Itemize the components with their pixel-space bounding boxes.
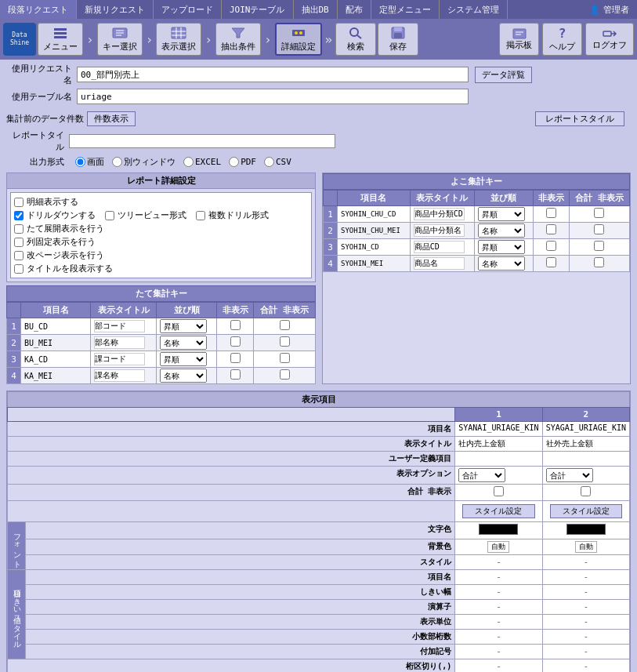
- row-title[interactable]: [91, 335, 157, 351]
- hyoji-col2-total-hide[interactable]: [542, 485, 629, 501]
- output-csv[interactable]: CSV: [264, 157, 291, 167]
- row-title[interactable]: [410, 256, 474, 272]
- nav-item-chushutsu[interactable]: 抽出DB: [294, 0, 338, 19]
- hide-cb[interactable]: [546, 241, 556, 251]
- row-total-hide[interactable]: [254, 368, 316, 384]
- row-order[interactable]: 昇順降順名称: [157, 335, 217, 351]
- row-title[interactable]: [91, 351, 157, 368]
- total-hide-cb[interactable]: [280, 353, 290, 363]
- request-name-input[interactable]: [77, 67, 469, 82]
- extract-cond-button[interactable]: 抽出条件: [215, 23, 261, 56]
- bulletin-board-button[interactable]: 掲示板: [499, 23, 539, 56]
- row-hide[interactable]: [217, 335, 254, 351]
- nav-item-upload[interactable]: アップロード: [154, 0, 222, 19]
- output-pdf[interactable]: PDF: [229, 157, 256, 167]
- detail-settings-button[interactable]: 詳細設定: [275, 23, 322, 56]
- output-excel[interactable]: EXCEL: [183, 157, 221, 167]
- nav-item-shinki[interactable]: 新規リクエスト: [77, 0, 154, 19]
- row-total-hide[interactable]: [569, 256, 629, 272]
- display-option-select-1[interactable]: 合計: [458, 468, 505, 482]
- title-input[interactable]: [94, 369, 145, 382]
- row-title[interactable]: [410, 239, 474, 256]
- cb-drill-input[interactable]: [14, 211, 24, 220]
- report-style-button[interactable]: レポートスタイル: [535, 111, 624, 126]
- hide-cb[interactable]: [546, 224, 556, 234]
- row-total-hide[interactable]: [569, 206, 629, 223]
- row-total-hide[interactable]: [254, 318, 316, 335]
- row-total-hide[interactable]: [254, 351, 316, 368]
- menu-button[interactable]: メニュー: [38, 23, 83, 56]
- row-total-hide[interactable]: [569, 239, 629, 256]
- table-name-input[interactable]: [77, 89, 469, 104]
- row-order[interactable]: 昇順降順名称: [474, 206, 533, 223]
- hyoji-col2-display-option[interactable]: 合計: [542, 467, 629, 485]
- cb-meisai-input[interactable]: [14, 198, 24, 207]
- total-hide-cb[interactable]: [280, 336, 290, 347]
- display-option-select-2[interactable]: 合計: [546, 468, 593, 482]
- total-hide-cb[interactable]: [594, 257, 604, 267]
- save-button[interactable]: 保存: [378, 23, 418, 56]
- bg-color-auto-btn-1[interactable]: 自動: [487, 541, 509, 553]
- total-hide-cb[interactable]: [594, 224, 604, 234]
- total-hide-cb-2[interactable]: [581, 486, 591, 496]
- nav-item-danzure[interactable]: 段落リクエスト: [0, 0, 77, 19]
- title-input[interactable]: [414, 208, 465, 220]
- hyoji-col1-total-hide[interactable]: [455, 485, 542, 501]
- order-select[interactable]: 昇順降順名称: [478, 256, 525, 271]
- row-order[interactable]: 昇順降順名称: [474, 256, 533, 272]
- total-hide-cb[interactable]: [594, 208, 604, 218]
- output-window[interactable]: 別ウィンドウ: [112, 156, 176, 168]
- row-order[interactable]: 昇順降順名称: [157, 368, 217, 384]
- nav-item-haifu[interactable]: 配布: [338, 0, 371, 19]
- row-total-hide[interactable]: [569, 223, 629, 239]
- bg-color-auto-btn-2[interactable]: 自動: [575, 541, 597, 553]
- hyoji-col1-display-option[interactable]: 合計: [455, 467, 542, 485]
- order-select[interactable]: 昇順降順名称: [478, 207, 525, 221]
- row-hide[interactable]: [533, 256, 569, 272]
- nav-item-join[interactable]: JOINテーブル: [222, 0, 294, 19]
- cb-tate-input[interactable]: [14, 224, 24, 234]
- hyoji-col1-bg-color[interactable]: 自動: [455, 539, 542, 555]
- row-order[interactable]: 昇順降順名称: [157, 351, 217, 368]
- hide-cb[interactable]: [230, 353, 241, 363]
- order-select[interactable]: 昇順降順名称: [160, 319, 207, 333]
- row-order[interactable]: 昇順降順名称: [474, 223, 533, 239]
- row-hide[interactable]: [217, 318, 254, 335]
- row-total-hide[interactable]: [254, 335, 316, 351]
- row-title[interactable]: [410, 206, 474, 223]
- title-input[interactable]: [414, 224, 465, 237]
- order-select[interactable]: 昇順降順名称: [160, 369, 207, 383]
- search-button[interactable]: 検索: [335, 23, 376, 56]
- order-select[interactable]: 昇順降順名称: [478, 240, 525, 254]
- key-select-button[interactable]: キー選択: [97, 23, 143, 56]
- hide-cb[interactable]: [546, 257, 556, 267]
- total-hide-cb[interactable]: [280, 320, 290, 330]
- hyoji-col2-bg-color[interactable]: 自動: [542, 539, 629, 555]
- cb-title-dan-input[interactable]: [14, 264, 24, 274]
- row-title[interactable]: [91, 368, 157, 384]
- order-select[interactable]: 昇順降順名称: [160, 336, 207, 350]
- row-title[interactable]: [91, 318, 157, 335]
- row-hide[interactable]: [217, 351, 254, 368]
- order-select[interactable]: 昇順降順名称: [478, 223, 525, 238]
- title-input[interactable]: [414, 257, 465, 270]
- total-hide-cb[interactable]: [280, 369, 290, 380]
- row-hide[interactable]: [533, 206, 569, 223]
- title-input[interactable]: [94, 336, 145, 349]
- hyoji-col1-style-btn[interactable]: スタイル設定: [455, 501, 542, 522]
- row-title[interactable]: [410, 223, 474, 239]
- nav-item-teikei[interactable]: 定型メニュー: [371, 0, 440, 19]
- hyoji-col2-style-btn[interactable]: スタイル設定: [542, 501, 629, 522]
- logoff-button[interactable]: ログオフ: [585, 23, 634, 56]
- order-select[interactable]: 昇順降順名称: [160, 352, 207, 366]
- row-order[interactable]: 昇順降順名称: [474, 239, 533, 256]
- style-settings-btn-1[interactable]: スタイル設定: [462, 504, 534, 518]
- row-hide[interactable]: [533, 239, 569, 256]
- cb-col-fixed-input[interactable]: [14, 238, 24, 247]
- data-browse-button[interactable]: データ評覧: [475, 67, 532, 83]
- cb-tree-input[interactable]: [105, 211, 114, 220]
- report-title-input[interactable]: [69, 134, 335, 148]
- row-order[interactable]: 昇順降順名称: [157, 318, 217, 335]
- output-screen[interactable]: 画面: [75, 156, 104, 168]
- cb-multi-drill-input[interactable]: [196, 211, 205, 220]
